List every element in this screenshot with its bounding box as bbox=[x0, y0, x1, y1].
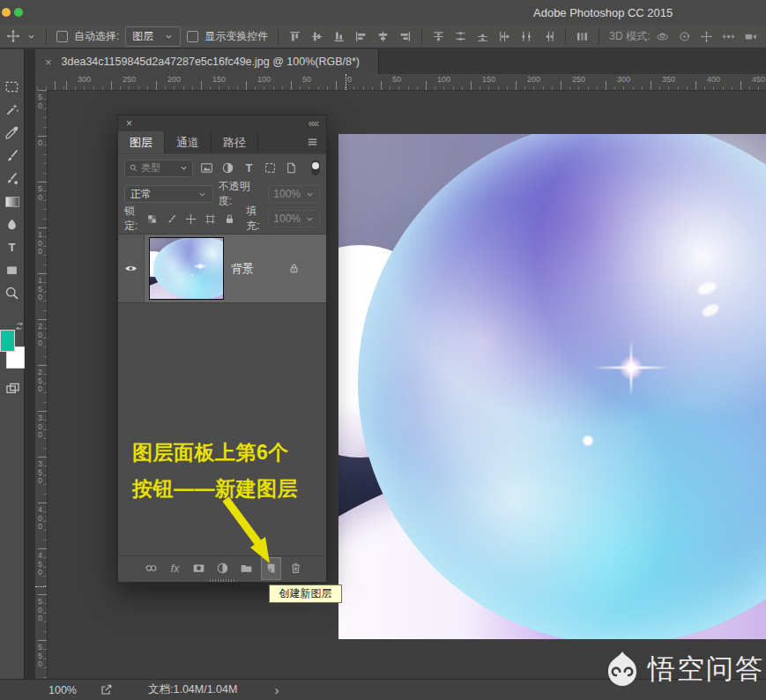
eyedropper-tool[interactable] bbox=[2, 125, 23, 140]
align-horizontal-centers-icon[interactable] bbox=[376, 30, 390, 43]
filter-type-dropdown[interactable]: 类型 bbox=[124, 160, 193, 177]
auto-select-target-dropdown[interactable]: 图层 bbox=[125, 26, 181, 47]
screen-mode-icon[interactable] bbox=[5, 381, 20, 396]
distribute-spacing-icon[interactable] bbox=[576, 30, 589, 43]
vertical-ruler[interactable]: 50050100150200250300350400450500550600 bbox=[35, 90, 48, 679]
new-layer-button[interactable] bbox=[264, 562, 278, 575]
panel-collapse-button[interactable]: «« bbox=[309, 117, 318, 130]
panel-bottom-buttons: fx bbox=[118, 555, 326, 580]
tooltip: 创建新图层 bbox=[269, 585, 342, 603]
3d-pan-icon[interactable] bbox=[700, 30, 713, 43]
magic-wand-tool[interactable] bbox=[2, 102, 23, 117]
lock-label: 锁定: bbox=[124, 204, 139, 234]
lock-transparent-icon[interactable] bbox=[146, 213, 158, 225]
fill-dropdown[interactable]: 100% bbox=[268, 210, 320, 227]
distribute-top-edges-icon[interactable] bbox=[432, 30, 445, 43]
align-top-edges-icon[interactable] bbox=[288, 30, 301, 43]
blur-tool[interactable] bbox=[2, 217, 23, 232]
layer-row-background[interactable]: 背景 bbox=[118, 235, 326, 302]
auto-select-checkbox[interactable] bbox=[56, 31, 68, 42]
link-layers-button[interactable] bbox=[145, 562, 158, 575]
horizontal-ruler[interactable]: 3002502001501005005010015020025030035040… bbox=[35, 74, 766, 91]
panel-tab-路径[interactable]: 路径 bbox=[212, 131, 258, 153]
rectangle-shape-tool[interactable] bbox=[2, 263, 23, 278]
type-tool[interactable]: T bbox=[2, 240, 23, 255]
layer-group-button[interactable] bbox=[240, 562, 253, 575]
panel-close-button[interactable]: × bbox=[126, 117, 132, 130]
eye-icon bbox=[124, 262, 138, 275]
distribute-bottom-edges-icon[interactable] bbox=[476, 30, 489, 43]
ruler-tick-label: 250 bbox=[572, 75, 585, 84]
align-bottom-edges-icon[interactable] bbox=[332, 30, 346, 43]
ruler-tick-label: 100 bbox=[257, 75, 271, 84]
document-tab-title: 3dea34c1159845d2a47287e5c16fc49e.jpg @ 1… bbox=[62, 56, 360, 68]
align-right-edges-icon[interactable] bbox=[398, 30, 412, 43]
type-layer-filter-icon[interactable]: T bbox=[242, 161, 256, 175]
document-tab[interactable]: × 3dea34c1159845d2a47287e5c16fc49e.jpg @… bbox=[35, 49, 379, 74]
lock-all-icon[interactable] bbox=[224, 213, 235, 225]
distribute-horizontal-centers-icon[interactable] bbox=[520, 30, 533, 43]
minimize-traffic-light[interactable] bbox=[2, 8, 11, 17]
layer-style-button[interactable]: fx bbox=[168, 562, 182, 575]
layer-mask-button[interactable] bbox=[192, 562, 205, 575]
mixer-brush-tool[interactable] bbox=[2, 171, 23, 186]
zoom-tool[interactable] bbox=[2, 286, 23, 301]
pixel-layer-filter-icon[interactable] bbox=[200, 161, 213, 175]
new-layer-button-highlight[interactable] bbox=[261, 557, 281, 580]
3d-slide-icon[interactable] bbox=[722, 30, 735, 43]
document-size-info: 文档:1.04M/1.04M bbox=[148, 682, 237, 697]
brush-tool[interactable] bbox=[2, 148, 23, 163]
tool-preset-chevron-icon[interactable] bbox=[26, 32, 36, 41]
distribute-vertical-centers-icon[interactable] bbox=[454, 30, 467, 43]
adjustment-layer-filter-icon[interactable] bbox=[221, 161, 234, 175]
foreground-color-swatch[interactable] bbox=[0, 330, 15, 352]
smart-object-filter-icon[interactable] bbox=[285, 161, 298, 175]
ruler-tick-label: 200 bbox=[36, 323, 44, 348]
opacity-dropdown[interactable]: 100% bbox=[268, 185, 320, 203]
lock-position-icon[interactable] bbox=[185, 213, 197, 225]
status-options-chevron[interactable]: › bbox=[274, 682, 279, 697]
separator bbox=[565, 28, 566, 44]
separator bbox=[599, 28, 599, 44]
gradient-tool[interactable] bbox=[2, 194, 23, 209]
zoom-traffic-light[interactable] bbox=[14, 8, 23, 17]
blend-mode-dropdown[interactable]: 正常 bbox=[124, 185, 213, 203]
auto-select-label: 自动选择: bbox=[74, 29, 119, 44]
align-vertical-centers-icon[interactable] bbox=[310, 30, 324, 43]
close-tab-button[interactable]: × bbox=[45, 56, 52, 69]
layers-panel: × «« 图层通道路径 类型 T 正常 不透明度: 100% bbox=[117, 115, 327, 583]
3d-camera-icon[interactable] bbox=[744, 30, 757, 43]
ruler-tick-label: 0 bbox=[347, 75, 352, 84]
canvas-document[interactable] bbox=[338, 134, 766, 639]
move-tool-icon[interactable] bbox=[6, 29, 20, 43]
panel-menu-icon[interactable] bbox=[306, 136, 319, 149]
shape-layer-filter-icon[interactable] bbox=[264, 161, 277, 175]
export-icon[interactable] bbox=[100, 683, 113, 696]
show-transform-checkbox[interactable] bbox=[187, 31, 198, 42]
distribute-right-edges-icon[interactable] bbox=[542, 30, 555, 43]
panel-resize-grip[interactable] bbox=[210, 579, 236, 582]
zoom-level-field[interactable]: 100% bbox=[48, 684, 77, 696]
3d-mode-buttons-group bbox=[656, 30, 757, 43]
panel-tab-通道[interactable]: 通道 bbox=[165, 131, 212, 153]
3d-orbit-icon[interactable] bbox=[656, 30, 669, 43]
watermark-text: 悟空问答 bbox=[648, 651, 764, 688]
panel-titlebar[interactable]: × «« bbox=[118, 115, 326, 131]
delete-layer-button[interactable] bbox=[289, 562, 302, 575]
filter-toggle[interactable] bbox=[311, 160, 320, 175]
watermark: 悟空问答 bbox=[603, 650, 764, 689]
distribute-left-edges-icon[interactable] bbox=[498, 30, 511, 43]
document-tab-bar: × 3dea34c1159845d2a47287e5c16fc49e.jpg @… bbox=[35, 49, 766, 74]
panel-tab-图层[interactable]: 图层 bbox=[118, 131, 165, 153]
align-left-edges-icon[interactable] bbox=[354, 30, 368, 43]
adjustment-layer-button[interactable] bbox=[216, 562, 229, 575]
lock-pixels-icon[interactable] bbox=[166, 213, 177, 225]
layer-thumbnail[interactable] bbox=[149, 237, 224, 300]
swap-colors-icon[interactable] bbox=[14, 321, 25, 331]
ruler-tick-label: 400 bbox=[707, 75, 720, 84]
lock-artboard-icon[interactable] bbox=[205, 213, 216, 225]
ruler-tick-label: 300 bbox=[78, 75, 91, 84]
3d-roll-icon[interactable] bbox=[678, 30, 691, 43]
rectangular-marquee-tool[interactable] bbox=[2, 79, 23, 94]
layer-visibility-toggle[interactable] bbox=[118, 235, 145, 302]
